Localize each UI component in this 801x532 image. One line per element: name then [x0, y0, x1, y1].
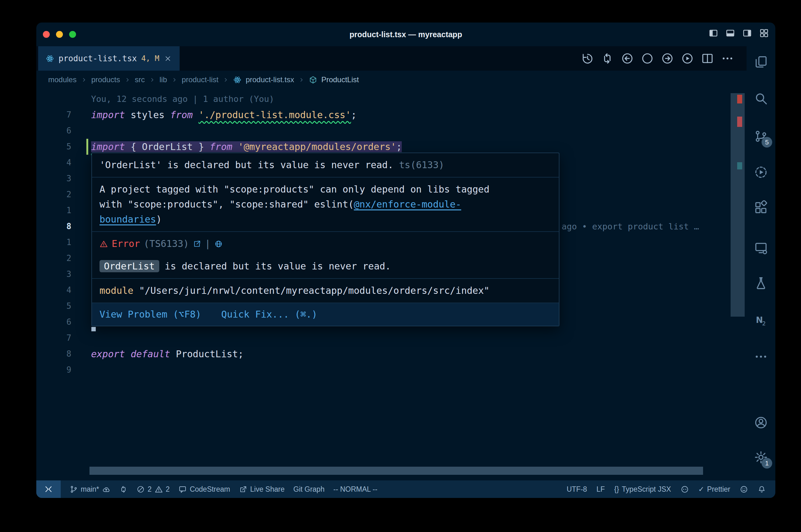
sidebar-item-run-debug[interactable]	[751, 162, 771, 182]
compare-changes-button[interactable]	[601, 52, 614, 65]
line-number: 6	[36, 314, 90, 330]
branch-status[interactable]: main*	[70, 485, 110, 494]
sidebar-item-testing[interactable]	[751, 273, 771, 293]
branch-name: main*	[81, 485, 99, 494]
keyword-from: from	[170, 109, 193, 120]
close-tab-button[interactable]	[164, 54, 172, 63]
timeline-button[interactable]	[581, 52, 594, 65]
notifications-bell[interactable]	[758, 485, 766, 494]
sidebar-item-account[interactable]	[751, 413, 771, 433]
line-number: 4	[36, 155, 90, 171]
breadcrumb-item-lib[interactable]: lib	[160, 75, 167, 84]
panel-bottom-icon	[725, 28, 735, 38]
sidebar-item-explorer[interactable]	[751, 52, 771, 72]
hover-resize-grip[interactable]	[91, 327, 96, 331]
copilot-status[interactable]	[680, 485, 689, 494]
tab-bar: product-list.tsx 4, M	[36, 46, 747, 71]
source-control-badge: 5	[762, 137, 772, 148]
remote-icon	[43, 484, 54, 494]
codestream-status[interactable]: CodeStream	[178, 485, 230, 494]
breadcrumb-item-products[interactable]: products	[91, 75, 120, 84]
hover-error-detail: Error (TS6133) | OrderList is declared b…	[92, 232, 559, 279]
breadcrumb-item-product-list[interactable]: product-list	[182, 75, 218, 84]
run-file-button[interactable]	[681, 52, 694, 65]
cursor-position-button[interactable]	[641, 52, 654, 65]
breadcrumb-item-src[interactable]: src	[135, 75, 145, 84]
navigate-forward-button[interactable]	[661, 52, 674, 65]
encoding-status[interactable]: UTF-8	[567, 485, 587, 494]
breadcrumb-item-file[interactable]: product-list.tsx	[245, 75, 294, 84]
compare-status[interactable]	[119, 485, 128, 494]
sidebar-item-search[interactable]	[751, 89, 771, 109]
customize-layout-button[interactable]	[759, 28, 769, 38]
related-message: OrderList is declared but its value is n…	[99, 259, 551, 274]
run-debug-icon	[754, 165, 768, 179]
orders-module-string: '@myreactapp/modules/orders'	[238, 141, 397, 152]
line-number: 9	[36, 362, 90, 378]
navigate-back-button[interactable]	[621, 52, 634, 65]
line-number: 1	[36, 203, 90, 218]
line-number: 3	[36, 171, 90, 187]
toggle-secondary-sidebar-button[interactable]	[742, 28, 752, 38]
hover-actions: View Problem (⌥F8) Quick Fix... (⌘.)	[92, 303, 559, 326]
split-editor-button[interactable]	[701, 52, 714, 65]
module-path: "/Users/juri/nrwl/content/myreactapp/mod…	[139, 285, 489, 296]
ellipsis-icon	[721, 52, 734, 65]
eol-status[interactable]: LF	[596, 485, 605, 494]
line-number: 8	[36, 218, 90, 234]
more-actions-button[interactable]	[721, 52, 734, 65]
search-icon	[754, 91, 768, 106]
search-web-link[interactable]	[214, 240, 223, 248]
chevron-right-icon	[171, 77, 178, 83]
open-error-page-link[interactable]	[193, 240, 201, 248]
problems-status[interactable]: 2 2	[136, 485, 170, 494]
prettier-status[interactable]: ✓ Prettier	[698, 485, 730, 494]
sidebar-item-extensions[interactable]	[751, 197, 771, 217]
tab-modified-badge: 4, M	[141, 54, 159, 63]
diagnostic-code: ts(6133)	[393, 159, 444, 170]
screenshot-root: { "window": { "title": "product-list.tsx…	[0, 0, 801, 532]
account-icon	[754, 415, 768, 430]
line-number: 5	[36, 139, 90, 155]
sidebar-item-more-views[interactable]	[751, 347, 771, 367]
language-status[interactable]: {} TypeScript JSX	[614, 485, 671, 494]
view-problem-link[interactable]: View Problem (⌥F8)	[99, 307, 201, 322]
breadcrumb-item-symbol[interactable]: ProductList	[321, 75, 359, 84]
vim-mode-status[interactable]: -- NORMAL --	[333, 485, 377, 494]
sidebar-item-remote-explorer[interactable]	[751, 238, 771, 258]
breadcrumb: modules products src lib product-list pr…	[36, 71, 747, 89]
react-file-icon	[46, 54, 54, 63]
layout-grid-icon	[759, 28, 769, 38]
quick-fix-link[interactable]: Quick Fix... (⌘.)	[221, 307, 317, 322]
chevron-right-icon	[81, 77, 87, 83]
keyword-import: import	[91, 109, 125, 120]
status-bar: main* 2 2 CodeStream Live Share Git Grap…	[36, 480, 775, 498]
nx-console-icon	[754, 313, 768, 327]
panel-right-icon	[742, 28, 752, 38]
orderlist-chip: OrderList	[99, 260, 159, 272]
feedback-status[interactable]	[740, 485, 748, 494]
horizontal-scrollbar[interactable]	[90, 467, 703, 475]
error-status-row: Error (TS6133) |	[99, 236, 551, 251]
git-compare-icon	[119, 485, 128, 494]
sidebar-item-settings[interactable]: 1	[751, 447, 771, 467]
live-share-status[interactable]: Live Share	[239, 485, 285, 494]
sidebar-item-source-control[interactable]: 5	[751, 126, 771, 146]
remote-indicator[interactable]	[36, 480, 61, 498]
toggle-panel-button[interactable]	[725, 28, 735, 38]
toggle-sidebar-button[interactable]	[708, 28, 718, 38]
sidebar-item-nx-console[interactable]	[751, 310, 771, 330]
git-graph-status[interactable]: Git Graph	[293, 485, 325, 494]
code-editor[interactable]: 76543218123456789 You, 12 seconds ago | …	[36, 89, 747, 480]
chevron-right-icon	[149, 77, 156, 83]
line-number: 3	[36, 266, 90, 282]
cloud-upload-icon	[102, 485, 110, 494]
remote-explorer-icon	[754, 241, 768, 255]
git-branch-icon	[70, 485, 78, 494]
history-icon	[581, 52, 594, 65]
error-count: 2	[148, 485, 152, 494]
breadcrumb-item-modules[interactable]: modules	[48, 75, 77, 84]
warning-count: 2	[166, 485, 170, 494]
tab-product-list[interactable]: product-list.tsx 4, M	[38, 46, 180, 71]
editor-actions	[581, 46, 734, 71]
